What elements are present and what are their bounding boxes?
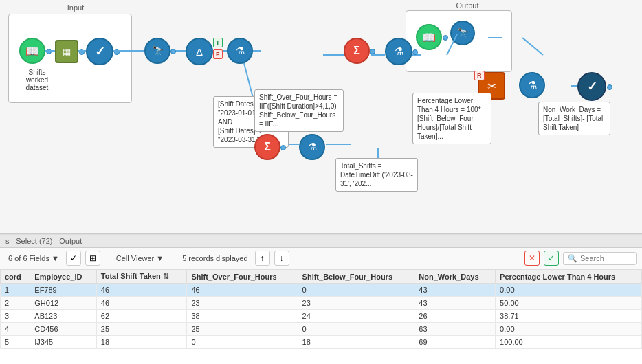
td-total-shift: 25 <box>96 323 187 336</box>
td-non-work: 43 <box>414 297 496 310</box>
output-book-node[interactable]: 📖 <box>416 24 442 50</box>
td-below-four: 0 <box>298 284 414 297</box>
th-below-four: Shift_Below_Four_Hours <box>298 270 414 284</box>
td-below-four: 0 <box>298 323 414 336</box>
final-check-node[interactable]: ✓ <box>577 72 606 101</box>
td-employee-id: EF789 <box>30 284 96 297</box>
cell-viewer-label: Cell Viewer <box>116 254 154 262</box>
td-non-work: 69 <box>414 336 496 349</box>
td-below-four: 18 <box>298 336 414 349</box>
sort-up-btn[interactable]: ↑ <box>255 251 270 266</box>
badge-t: T <box>213 38 223 47</box>
input-label: Input <box>41 3 110 12</box>
conn-dot-fsigma <box>280 145 286 150</box>
td-pct-lower: 0.00 <box>496 323 642 336</box>
conn-dot-oflask <box>412 49 418 55</box>
fields-label: 6 of 6 Fields <box>8 254 49 262</box>
th-non-work: Non_Work_Days <box>414 270 496 284</box>
workflow-canvas: Input Output 📖 ▦ ✓ Shifts worked dataset… <box>0 0 642 234</box>
badge-f2: R <box>474 71 485 80</box>
cell-viewer-icon: ▼ <box>156 254 164 262</box>
connector-dot <box>46 49 52 54</box>
td-employee-id: GH012 <box>30 297 96 310</box>
output-flask1-node[interactable]: ⚗ <box>385 38 412 65</box>
td-cord: 2 <box>1 297 30 310</box>
breadcrumb-bar: s - Select (72) - Output <box>0 235 642 248</box>
fields-selector[interactable]: 6 of 6 Fields ▼ <box>5 253 62 264</box>
divider2 <box>173 252 173 264</box>
table-row[interactable]: 1 EF789 46 46 0 43 0.00 <box>1 284 642 297</box>
confirm-btn[interactable]: ✓ <box>544 251 559 266</box>
search-box[interactable]: 🔍 <box>563 252 637 265</box>
data-table-container: cord Employee_ID Total Shift Taken ⇅ Shi… <box>0 269 642 349</box>
binoculars-node[interactable]: 🔭 <box>144 38 170 64</box>
table-node[interactable]: ▦ <box>55 40 78 63</box>
td-pct-lower: 100.00 <box>496 336 642 349</box>
td-non-work: 26 <box>414 310 496 323</box>
check-node[interactable]: ✓ <box>86 38 113 65</box>
td-pct-lower: 38.71 <box>496 310 642 323</box>
td-cord: 1 <box>1 284 30 297</box>
td-total-shift: 46 <box>96 297 187 310</box>
divider1 <box>107 252 107 264</box>
output-binoculars-node[interactable]: 🔭 <box>450 21 475 45</box>
close-btn[interactable]: ✕ <box>524 251 540 266</box>
book-node[interactable]: 📖 <box>19 38 45 64</box>
table-row[interactable]: 4 CD456 25 25 0 63 0.00 <box>1 323 642 336</box>
connector-dot2 <box>79 49 85 55</box>
td-employee-id: CD456 <box>30 323 96 336</box>
td-below-four: 24 <box>298 310 414 323</box>
cell-viewer[interactable]: Cell Viewer ▼ <box>113 253 166 264</box>
output-flask2-node[interactable]: ⚗ <box>519 72 545 98</box>
formula-tooltip: Shift_Over_Four_Hours = IIF([Shift Durat… <box>254 89 344 132</box>
checkmark-btn[interactable]: ✓ <box>66 251 81 266</box>
flask-t-node[interactable]: ⚗ <box>227 38 253 64</box>
td-cord: 5 <box>1 336 30 349</box>
nonwork-tooltip: Non_Work_Days = [Total_Shifts]- [Total S… <box>538 102 610 135</box>
data-table: cord Employee_ID Total Shift Taken ⇅ Shi… <box>0 269 642 349</box>
td-over-four: 25 <box>187 323 298 336</box>
td-non-work: 63 <box>414 323 496 336</box>
th-total-shift: Total Shift Taken ⇅ <box>96 270 187 284</box>
th-over-four: Shift_Over_Four_Hours <box>187 270 298 284</box>
output-label: Output <box>433 1 502 10</box>
table-header-row: cord Employee_ID Total Shift Taken ⇅ Shi… <box>1 270 642 284</box>
conn-dot-sigma <box>370 49 375 54</box>
td-total-shift: 18 <box>96 336 187 349</box>
records-display: 5 records displayed <box>179 253 250 264</box>
th-employee-id: Employee_ID <box>30 270 96 284</box>
conn-dot-bino <box>170 49 176 54</box>
td-employee-id: AB123 <box>30 310 96 323</box>
th-pct-lower: Percentage Lower Than 4 Hours <box>496 270 642 284</box>
badge-f: F <box>213 49 223 59</box>
td-cord: 3 <box>1 310 30 323</box>
sigma-node[interactable]: Σ <box>344 38 370 64</box>
f-sigma-node[interactable]: Σ <box>254 134 280 160</box>
svg-line-12 <box>522 38 543 55</box>
td-over-four: 46 <box>187 284 298 297</box>
td-over-four: 23 <box>187 297 298 310</box>
f-flask-node[interactable]: ⚗ <box>299 134 325 160</box>
formula-node[interactable]: Δ <box>186 38 213 65</box>
table-row[interactable]: 3 AB123 62 38 24 26 38.71 <box>1 310 642 323</box>
td-over-four: 0 <box>187 336 298 349</box>
search-input[interactable] <box>580 254 632 262</box>
td-total-shift: 46 <box>96 284 187 297</box>
sort-icon-total[interactable]: ⇅ <box>163 272 169 280</box>
td-total-shift: 62 <box>96 310 187 323</box>
table-row[interactable]: 2 GH012 46 23 23 43 50.00 <box>1 297 642 310</box>
total-shifts-tooltip: Total_Shifts = DateTimeDiff ('2023-03-31… <box>335 158 418 192</box>
sort-down-btn[interactable]: ↓ <box>274 251 289 266</box>
th-cord: cord <box>1 270 30 284</box>
td-below-four: 23 <box>298 297 414 310</box>
td-non-work: 43 <box>414 284 496 297</box>
connector-dot3 <box>114 49 120 55</box>
td-pct-lower: 50.00 <box>496 297 642 310</box>
table-row[interactable]: 5 IJ345 18 0 18 69 100.00 <box>1 336 642 349</box>
td-cord: 4 <box>1 323 30 336</box>
td-over-four: 38 <box>187 310 298 323</box>
fields-dropdown-icon: ▼ <box>52 254 59 262</box>
grid-btn[interactable]: ⊞ <box>85 251 100 266</box>
conn-dot-out <box>443 35 448 41</box>
bottom-panel: s - Select (72) - Output 6 of 6 Fields ▼… <box>0 234 642 364</box>
